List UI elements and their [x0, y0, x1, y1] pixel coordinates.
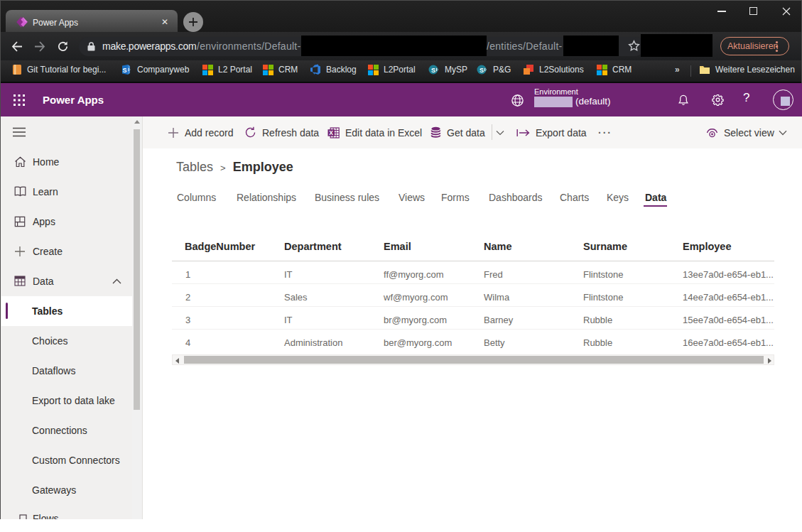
svg-text:S: S	[123, 67, 127, 74]
svg-text:S: S	[479, 67, 484, 74]
svg-text:X: X	[329, 129, 333, 136]
svg-text:S: S	[431, 67, 435, 74]
